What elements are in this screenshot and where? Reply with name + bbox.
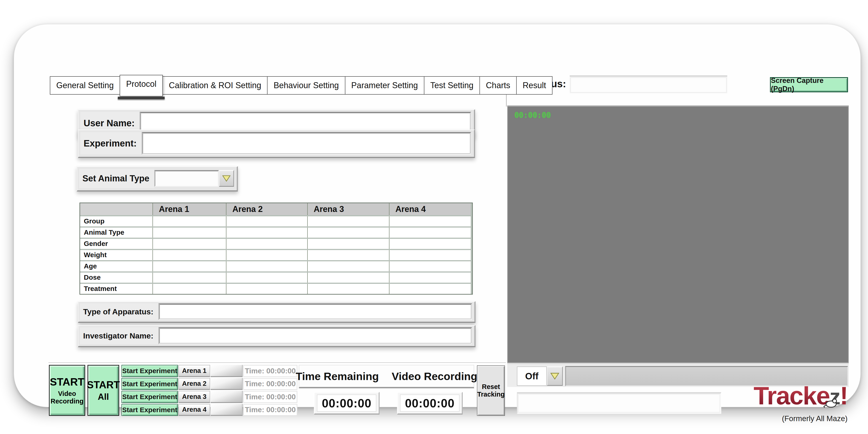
table-cell[interactable]	[307, 216, 389, 226]
video-recording-display: 00:00:00	[400, 395, 460, 412]
tracking-mode-select[interactable]: Off	[517, 367, 547, 386]
table-cell[interactable]	[389, 273, 471, 283]
tab-calibration-roi-setting[interactable]: Calibration & ROI Setting	[162, 76, 268, 95]
tab-behaviour-setting[interactable]: Behaviour Setting	[267, 76, 345, 95]
arena-3-label: Arena 3	[179, 391, 210, 403]
set-animal-type-panel: Set Animal Type	[77, 166, 238, 191]
table-cell[interactable]	[389, 284, 471, 294]
table-cell[interactable]	[153, 261, 226, 272]
row-label-group: Group	[80, 216, 153, 226]
table-cell[interactable]	[389, 216, 471, 226]
table-cell[interactable]	[389, 227, 471, 238]
arena-1-label: Arena 1	[179, 365, 210, 377]
start-video-recording-button[interactable]: START Video Recording	[49, 365, 85, 416]
status-field-frame	[517, 392, 721, 414]
tab-test-setting[interactable]: Test Setting	[424, 76, 480, 95]
table-cell[interactable]	[226, 216, 307, 226]
table-cell[interactable]	[153, 216, 226, 226]
tracking-mode-dropdown-button[interactable]	[547, 367, 563, 386]
row-label-gender: Gender	[80, 239, 153, 249]
table-cell[interactable]	[153, 227, 226, 238]
table-header-arena-1: Arena 1	[153, 203, 226, 215]
investigator-name-panel: Investigator Name:	[78, 325, 475, 347]
table-cell[interactable]	[226, 273, 307, 283]
table-cell[interactable]	[307, 273, 389, 283]
start-experiment-button-arena-1[interactable]: Start Experiment	[122, 365, 178, 377]
start-experiment-button-arena-3[interactable]: Start Experiment	[122, 391, 178, 403]
type-of-apparatus-input[interactable]	[160, 305, 471, 319]
arena-2-indicator	[211, 378, 243, 390]
time-remaining-display-frame: 00:00:00	[314, 392, 379, 414]
table-cell[interactable]	[307, 227, 389, 238]
arena-1-indicator	[211, 365, 243, 377]
chevron-down-icon	[222, 175, 231, 182]
table-cell[interactable]	[153, 239, 226, 249]
arena-4-time-display: Time: 00:00:00	[243, 404, 298, 416]
investigator-name-label: Investigator Name:	[80, 327, 158, 344]
app-window: General Setting Protocol Calibration & R…	[14, 24, 861, 407]
start-all-button[interactable]: START All	[88, 365, 119, 416]
animal-type-dropdown-button[interactable]	[219, 170, 234, 187]
row-label-dose: Dose	[80, 273, 153, 283]
table-cell[interactable]	[226, 250, 307, 260]
mouse-icon	[824, 398, 839, 408]
video-recording-header-label: Video Recording	[392, 370, 477, 382]
table-cell[interactable]	[389, 261, 471, 272]
table-header-arena-2: Arena 2	[226, 203, 307, 215]
row-label-weight: Weight	[80, 250, 153, 260]
video-display: 00:00:00	[507, 105, 849, 363]
arena-label-column: Arena 1 Arena 2 Arena 3 Arena 4	[179, 365, 210, 416]
reset-tracking-button[interactable]: Reset Tracking	[477, 365, 505, 416]
logo-text: Tracke	[754, 381, 830, 410]
screen: General Setting Protocol Calibration & R…	[0, 0, 868, 434]
arena-2-label: Arena 2	[179, 378, 210, 390]
start-video-line2: Video	[58, 390, 76, 398]
time-panel-header: Time Remaining Video Recording	[299, 365, 474, 388]
arena-time-column: Time: 00:00:00 Time: 00:00:00 Time: 00:0…	[243, 365, 298, 416]
screen-capture-button[interactable]: Screen Capture (PgDn)	[770, 77, 848, 92]
table-header-blank	[80, 203, 153, 215]
bottom-bar-divider	[49, 362, 506, 363]
table-cell[interactable]	[389, 239, 471, 249]
tab-result[interactable]: Result	[516, 76, 553, 95]
table-cell[interactable]	[226, 284, 307, 294]
time-remaining-header-label: Time Remaining	[296, 370, 379, 382]
subject-table: Arena 1 Arena 2 Arena 3 Arena 4 Group An…	[80, 203, 473, 294]
tab-parameter-setting[interactable]: Parameter Setting	[345, 76, 424, 95]
investigator-name-input[interactable]	[160, 329, 471, 343]
start-video-line1: START	[50, 376, 84, 388]
experiment-input[interactable]	[143, 133, 470, 154]
tab-protocol[interactable]: Protocol	[120, 75, 163, 96]
table-cell[interactable]	[153, 284, 226, 294]
table-cell[interactable]	[389, 250, 471, 260]
logo-z-track: z	[830, 384, 840, 409]
table-cell[interactable]	[226, 239, 307, 249]
table-cell[interactable]	[153, 250, 226, 260]
tab-bar: General Setting Protocol Calibration & R…	[50, 76, 553, 96]
animal-type-dropdown[interactable]	[154, 170, 219, 187]
time-remaining-panel: Time Remaining Video Recording 00:00:00 …	[299, 365, 474, 416]
table-cell[interactable]	[226, 261, 307, 272]
status-input[interactable]	[519, 395, 720, 412]
table-cell[interactable]	[307, 261, 389, 272]
experiment-label: Experiment:	[81, 132, 142, 155]
start-experiment-button-arena-2[interactable]: Start Experiment	[122, 378, 178, 390]
start-all-line2: All	[98, 392, 109, 402]
table-header-arena-3: Arena 3	[307, 203, 389, 215]
table-cell[interactable]	[226, 227, 307, 238]
table-cell[interactable]	[307, 239, 389, 249]
time-remaining-display: 00:00:00	[317, 395, 376, 412]
start-all-line1: START	[87, 379, 120, 391]
tab-general-setting[interactable]: General Setting	[50, 76, 120, 95]
table-cell[interactable]	[153, 273, 226, 283]
row-label-animal-type: Animal Type	[80, 227, 153, 238]
apparatus-input[interactable]	[570, 78, 726, 92]
start-experiment-button-arena-4[interactable]: Start Experiment	[122, 404, 178, 416]
arena-3-time-display: Time: 00:00:00	[243, 391, 298, 403]
experiment-panel: Experiment:	[78, 129, 475, 158]
tab-charts[interactable]: Charts	[479, 76, 517, 95]
table-cell[interactable]	[307, 284, 389, 294]
arena-4-indicator	[211, 404, 243, 416]
row-label-treatment: Treatment	[80, 284, 153, 294]
table-cell[interactable]	[307, 250, 389, 260]
